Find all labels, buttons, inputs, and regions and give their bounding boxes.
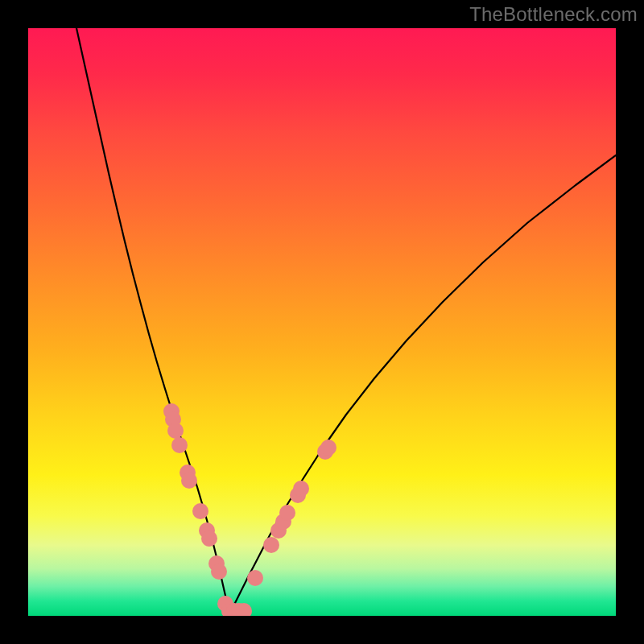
data-point	[201, 530, 217, 547]
data-point	[192, 503, 208, 519]
chart-plot-area	[28, 28, 616, 616]
curve-right-curve	[229, 155, 616, 613]
data-point	[171, 437, 188, 453]
data-point	[247, 570, 263, 586]
data-point	[293, 481, 309, 497]
data-point	[320, 440, 336, 456]
chart-frame: TheBottleneck.com	[0, 0, 644, 644]
data-point	[263, 537, 279, 553]
data-point	[279, 505, 295, 521]
chart-svg	[28, 28, 616, 616]
chart-markers	[163, 403, 336, 616]
chart-curves	[76, 28, 616, 613]
data-point	[167, 423, 184, 439]
data-point	[181, 473, 197, 489]
data-point	[211, 564, 227, 580]
watermark-text: TheBottleneck.com	[469, 3, 638, 26]
